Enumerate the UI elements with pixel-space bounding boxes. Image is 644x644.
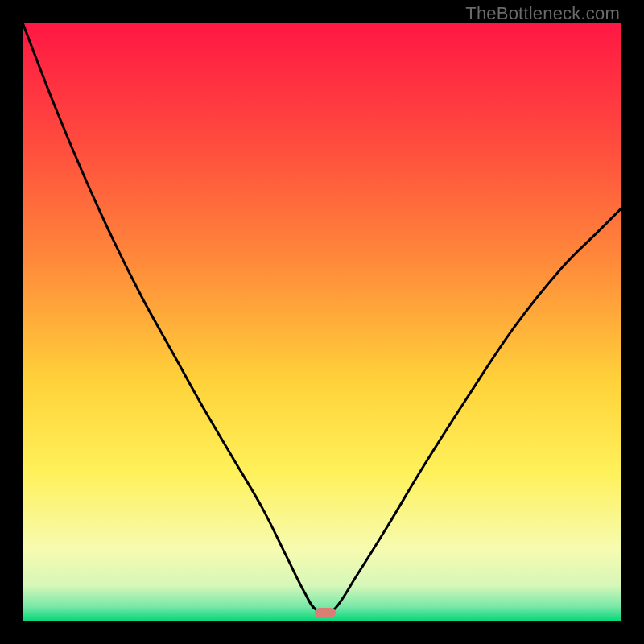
watermark-text: TheBottleneck.com <box>465 3 620 24</box>
minimum-marker <box>315 608 336 617</box>
chart-svg <box>23 23 621 621</box>
gradient-background <box>23 23 621 621</box>
chart-frame <box>23 23 621 621</box>
